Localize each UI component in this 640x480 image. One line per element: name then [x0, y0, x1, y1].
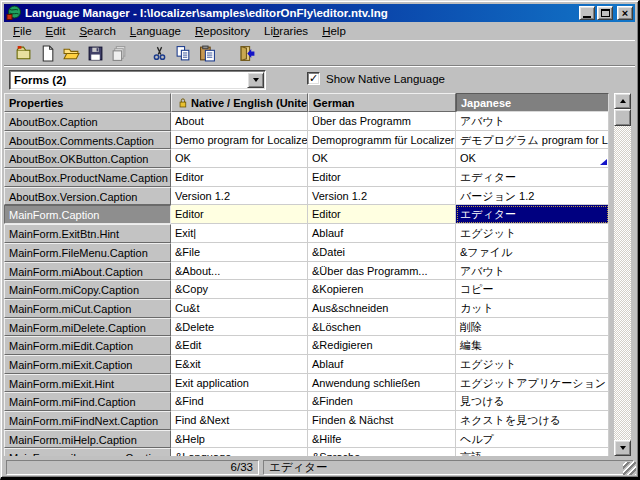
japanese-cell[interactable]: 見つける — [456, 392, 609, 411]
property-cell[interactable]: MainForm.miFind.Caption — [4, 392, 171, 411]
native-cell[interactable]: &File — [171, 243, 308, 262]
property-cell[interactable]: MainForm.miLanguage.Caption — [4, 448, 171, 456]
japanese-cell[interactable]: アバウト — [456, 112, 609, 131]
japanese-cell[interactable]: デモプログラム program for Lo — [456, 131, 609, 150]
german-cell[interactable]: Editor — [308, 205, 456, 224]
german-cell[interactable]: Editor — [308, 168, 456, 187]
column-header-japanese[interactable]: Japanese — [456, 93, 609, 112]
property-cell[interactable]: AboutBox.ProductName.Caption — [4, 168, 171, 187]
property-cell[interactable]: MainForm.miFindNext.Caption — [4, 411, 171, 430]
german-cell[interactable]: Demoprogramm für Localizer — [308, 131, 456, 150]
property-cell[interactable]: AboutBox.OKButton.Caption — [4, 149, 171, 168]
property-cell[interactable]: MainForm.miCopy.Caption — [4, 280, 171, 299]
japanese-cell[interactable]: 編集 — [456, 336, 609, 355]
column-header-german[interactable]: German — [308, 93, 456, 112]
german-cell[interactable]: OK — [308, 149, 456, 168]
japanese-cell[interactable]: エグジット — [456, 355, 609, 374]
german-cell[interactable]: &Redigieren — [308, 336, 456, 355]
property-cell[interactable]: MainForm.miExit.Caption — [4, 355, 171, 374]
new-file-button[interactable] — [35, 43, 59, 65]
cut-button[interactable] — [147, 43, 171, 65]
native-cell[interactable]: &Language... — [171, 448, 308, 456]
vertical-scrollbar[interactable] — [614, 93, 631, 456]
menu-item-edit[interactable]: Edit — [39, 24, 73, 39]
property-cell[interactable]: MainForm.miEdit.Caption — [4, 336, 171, 355]
property-cell[interactable]: MainForm.Caption — [4, 205, 171, 224]
paste-button[interactable] — [195, 43, 219, 65]
scroll-up-button[interactable] — [614, 93, 631, 109]
exit-button[interactable] — [235, 43, 259, 65]
japanese-cell[interactable]: OK — [456, 149, 609, 168]
native-cell[interactable]: &Find — [171, 392, 308, 411]
native-cell[interactable]: &About... — [171, 262, 308, 281]
minimize-button[interactable] — [579, 6, 595, 20]
property-cell[interactable]: AboutBox.Version.Caption — [4, 187, 171, 206]
native-cell[interactable]: Cu&t — [171, 299, 308, 318]
japanese-cell[interactable]: エグジットアプリケーション — [456, 374, 609, 393]
menu-item-help[interactable]: Help — [315, 24, 353, 39]
japanese-cell[interactable]: 削除 — [456, 318, 609, 337]
property-cell[interactable]: AboutBox.Caption — [4, 112, 171, 131]
japanese-cell[interactable]: ヘルプ — [456, 430, 609, 449]
column-header-native-english-unite[interactable]: Native / English (Unite — [171, 93, 308, 112]
property-cell[interactable]: MainForm.miCut.Caption — [4, 299, 171, 318]
native-cell[interactable]: Exit| — [171, 224, 308, 243]
save-button[interactable] — [83, 43, 107, 65]
native-cell[interactable]: &Copy — [171, 280, 308, 299]
native-cell[interactable]: Editor — [171, 205, 308, 224]
maximize-button[interactable] — [597, 6, 613, 20]
menu-item-search[interactable]: Search — [72, 24, 122, 39]
scope-combobox[interactable]: Forms (2) — [9, 70, 266, 90]
property-cell[interactable]: MainForm.miAbout.Caption — [4, 262, 171, 281]
native-cell[interactable]: Find &Next — [171, 411, 308, 430]
property-cell[interactable]: AboutBox.Comments.Caption — [4, 131, 171, 150]
new-project-button[interactable] — [11, 43, 35, 65]
combobox-dropdown-button[interactable] — [247, 72, 264, 88]
japanese-cell[interactable]: コピー — [456, 280, 609, 299]
german-cell[interactable]: Version 1.2 — [308, 187, 456, 206]
japanese-cell[interactable]: カット — [456, 299, 609, 318]
native-cell[interactable]: Version 1.2 — [171, 187, 308, 206]
german-cell[interactable]: &Über das Programm... — [308, 262, 456, 281]
scroll-down-button[interactable] — [614, 440, 631, 456]
open-button[interactable] — [59, 43, 83, 65]
japanese-cell[interactable]: エディター — [456, 168, 609, 187]
german-cell[interactable]: &Finden — [308, 392, 456, 411]
german-cell[interactable]: &Kopieren — [308, 280, 456, 299]
menu-item-language[interactable]: Language — [123, 24, 188, 39]
native-cell[interactable]: Exit application — [171, 374, 308, 393]
show-native-checkbox[interactable]: ✓ — [307, 72, 320, 85]
native-cell[interactable]: Editor — [171, 168, 308, 187]
native-cell[interactable]: About — [171, 112, 308, 131]
property-cell[interactable]: MainForm.FileMenu.Caption — [4, 243, 171, 262]
resize-grip[interactable] — [623, 462, 636, 475]
japanese-cell[interactable]: ネクストを見つける — [456, 411, 609, 430]
native-cell[interactable]: &Delete — [171, 318, 308, 337]
german-cell[interactable]: &Hilfe — [308, 430, 456, 449]
german-cell[interactable]: Ablauf — [308, 355, 456, 374]
column-header-properties[interactable]: Properties — [4, 93, 171, 112]
native-cell[interactable]: &Edit — [171, 336, 308, 355]
property-cell[interactable]: MainForm.miDelete.Caption — [4, 318, 171, 337]
german-cell[interactable]: Ablauf — [308, 224, 456, 243]
japanese-cell[interactable]: アバウト — [456, 262, 609, 281]
menu-item-repository[interactable]: Repository — [188, 24, 257, 39]
german-cell[interactable]: Über das Programm — [308, 112, 456, 131]
japanese-cell[interactable]: エディター — [456, 205, 609, 224]
native-cell[interactable]: &Help — [171, 430, 308, 449]
japanese-cell[interactable]: 言語 — [456, 448, 609, 456]
japanese-cell[interactable]: エグジット — [456, 224, 609, 243]
german-cell[interactable]: &Löschen — [308, 318, 456, 337]
close-button[interactable]: × — [617, 6, 633, 20]
japanese-cell[interactable]: &ファイル — [456, 243, 609, 262]
copy-button[interactable] — [171, 43, 195, 65]
scrollbar-thumb[interactable] — [614, 109, 631, 126]
japanese-cell[interactable]: バージョン 1.2 — [456, 187, 609, 206]
property-cell[interactable]: MainForm.miHelp.Caption — [4, 430, 171, 449]
native-cell[interactable]: E&xit — [171, 355, 308, 374]
german-cell[interactable]: &Sprache... — [308, 448, 456, 456]
duplicate-button[interactable] — [107, 43, 131, 65]
menu-item-file[interactable]: File — [6, 24, 39, 39]
native-cell[interactable]: OK — [171, 149, 308, 168]
german-cell[interactable]: Aus&schneiden — [308, 299, 456, 318]
